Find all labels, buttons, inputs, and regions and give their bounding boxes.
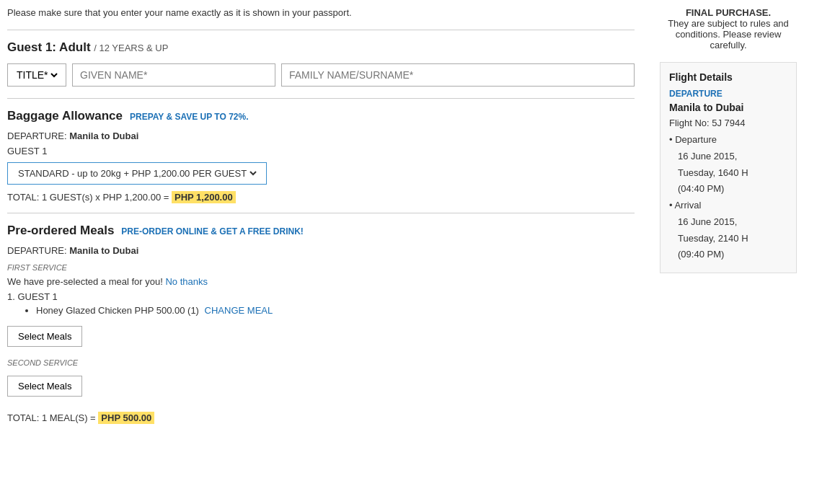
meal-item: Honey Glazed Chicken PHP 500.00 (1) CHAN… [36, 305, 635, 316]
select-meals-second-wrapper: Select Meals [7, 371, 635, 401]
sidebar-departure-day: Tuesday, 1640 H [678, 166, 787, 180]
final-purchase-notice: FINAL PURCHASE. They are subject to rule… [660, 7, 797, 50]
change-meal-link[interactable]: CHANGE MEAL [205, 305, 273, 316]
baggage-total-line: TOTAL: 1 GUEST(s) x PHP 1,200.00 = PHP 1… [7, 192, 635, 203]
baggage-guest-label: GUEST 1 [7, 146, 635, 156]
divider-meals [7, 213, 635, 213]
divider-top [7, 30, 635, 30]
sidebar-flight-route: Manila to Dubai [669, 102, 787, 113]
sidebar-departure-bullet: Departure [669, 133, 787, 147]
meals-header: Pre-ordered Meals PRE-ORDER ONLINE & GET… [7, 224, 635, 238]
sidebar-arrival-bullet: Arrival [669, 198, 787, 213]
meal-name: Honey Glazed Chicken PHP 500.00 (1) [36, 305, 199, 316]
meals-total-price: PHP 500.00 [98, 412, 154, 424]
sidebar-arrival-time: (09:40 PM) [678, 247, 787, 262]
select-meals-second-button[interactable]: Select Meals [7, 376, 82, 397]
title-select-wrapper[interactable]: TITLE* MR MS MRS [7, 63, 66, 87]
meals-total-line: TOTAL: 1 MEAL(S) = PHP 500.00 [7, 412, 635, 423]
baggage-departure-label: DEPARTURE: Manila to Dubai [7, 131, 635, 141]
sidebar-departure-date: 16 June 2015, [678, 149, 787, 164]
no-thanks-link[interactable]: No thanks [165, 276, 208, 287]
select-meals-first-button[interactable]: Select Meals [7, 326, 82, 347]
baggage-total-price: PHP 1,200.00 [172, 191, 236, 203]
given-name-input[interactable] [72, 63, 275, 87]
family-name-input[interactable] [281, 63, 635, 87]
meals-departure-label: DEPARTURE: Manila to Dubai [7, 245, 635, 256]
name-fields: TITLE* MR MS MRS [7, 63, 635, 87]
baggage-header: Baggage Allowance PREPAY & SAVE UP TO 72… [7, 109, 635, 123]
flight-details-box: Flight Details DEPARTURE Manila to Dubai… [660, 62, 797, 273]
age-label: / 12 YEARS & UP [94, 43, 168, 53]
select-meals-first-wrapper: Select Meals [7, 322, 635, 351]
title-select[interactable]: TITLE* MR MS MRS [14, 68, 60, 81]
meal-list: Honey Glazed Chicken PHP 500.00 (1) CHAN… [7, 305, 635, 316]
preorder-link[interactable]: PRE-ORDER ONLINE & GET A FREE DRINK! [121, 226, 303, 236]
pre-selected-text: We have pre-selected a meal for you! No … [7, 276, 635, 287]
guest-item-label: 1. GUEST 1 [7, 291, 635, 302]
first-service-label: FIRST SERVICE [7, 263, 635, 272]
meals-title: Pre-ordered Meals [7, 224, 114, 238]
sidebar-arrival-date: 16 June 2015, [678, 215, 787, 229]
baggage-title: Baggage Allowance [7, 109, 123, 123]
baggage-select-wrapper[interactable]: STANDARD - up to 20kg + PHP 1,200.00 PER… [7, 162, 267, 185]
passport-notice: Please make sure that you enter your nam… [7, 7, 635, 18]
flight-details-title: Flight Details [669, 71, 787, 83]
divider-baggage [7, 98, 635, 99]
sidebar-departure-time: (04:40 PM) [678, 182, 787, 196]
sidebar-flight-no: Flight No: 5J 7944 [669, 116, 787, 131]
second-service-label: SECOND SERVICE [7, 358, 635, 367]
prepay-link[interactable]: PREPAY & SAVE UP TO 72%. [130, 112, 249, 122]
sidebar-departure-tag: DEPARTURE [669, 89, 787, 99]
baggage-select[interactable]: STANDARD - up to 20kg + PHP 1,200.00 PER… [15, 167, 259, 180]
sidebar-arrival-day: Tuesday, 2140 H [678, 231, 787, 246]
guest-heading: Guest 1: Adult / 12 YEARS & UP [7, 40, 635, 55]
sidebar: FINAL PURCHASE. They are subject to rule… [649, 0, 808, 504]
